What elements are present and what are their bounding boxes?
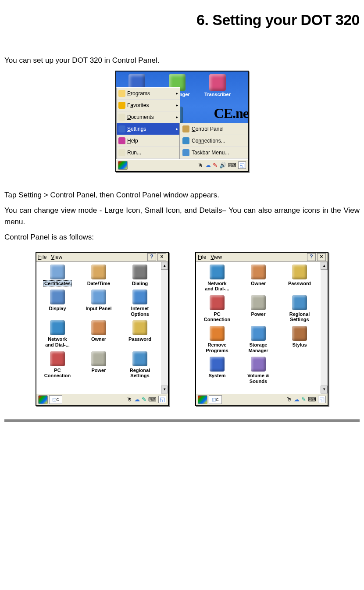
menu-item[interactable]: Favorites▸ [117, 100, 180, 111]
control-panel-item[interactable]: Owner [238, 265, 278, 292]
control-panel-item[interactable]: Storage Manager [238, 326, 278, 353]
close-button[interactable]: × [157, 253, 166, 261]
tray-icon[interactable]: 🖰 [198, 162, 203, 168]
settings-submenu: Control PanelConnections...Taskbar Menu.… [179, 123, 248, 159]
help-button[interactable]: ? [307, 253, 316, 261]
tray-icon[interactable]: ✎ [142, 396, 146, 403]
close-button[interactable]: × [317, 253, 326, 261]
system-tray: 🖰 ☁ ✎ ⌨ ◱ [286, 396, 326, 403]
control-panel-item[interactable]: PC Connection [197, 295, 237, 322]
menubar: File View ? × [196, 253, 328, 262]
taskbar: 🖰 ☁ ✎ 🔊 ⌨ ◱ [116, 159, 248, 171]
menu-item[interactable]: Programs▸ [117, 88, 180, 100]
keyboard-icon[interactable]: ⌨ [148, 396, 157, 403]
control-panel-item[interactable]: Certificates [37, 265, 78, 286]
keyboard-icon[interactable]: ⌨ [308, 396, 316, 403]
menu-item[interactable]: Help [117, 135, 180, 147]
system-tray: 🖰 ☁ ✎ ⌨ ◱ [127, 396, 166, 403]
control-panel-item[interactable]: Password [120, 320, 160, 347]
control-panel-item[interactable]: Date/Time [79, 265, 119, 286]
desktop-area: My ComputerMessengerTranscriber Recycle … [116, 72, 248, 159]
control-panel-window-2: File View ? × Network and Dial-...OwnerP… [195, 252, 328, 406]
panel-body: CertificatesDate/TimeDialingDisplayInput… [36, 262, 168, 393]
scrollbar[interactable]: ▴ ▾ [161, 262, 168, 393]
scrollbar[interactable]: ▴ ▾ [321, 262, 328, 393]
scroll-up[interactable]: ▴ [321, 262, 328, 270]
tray-icon[interactable]: ☁ [294, 396, 300, 403]
submenu-item[interactable]: Taskbar Menu... [180, 147, 248, 159]
intro-text: You can set up your DOT 320 in Control P… [4, 55, 360, 66]
submenu-item[interactable]: Control Panel [180, 123, 248, 135]
menubar: File View ? × [36, 253, 168, 262]
control-panel-item[interactable]: Volume & Sounds [238, 357, 278, 384]
scroll-up[interactable]: ▴ [161, 262, 168, 270]
menu-item[interactable]: Documents▸ [117, 111, 180, 123]
control-panel-item[interactable]: Remove Programs [197, 326, 237, 353]
control-panel-item[interactable]: Password [279, 265, 320, 292]
menu-view[interactable]: View [211, 254, 222, 260]
control-panel-item[interactable]: PC Connection [37, 351, 78, 379]
page-title: 6. Setting your DOT 320 [4, 11, 360, 29]
control-panel-item[interactable]: Dialing [120, 265, 160, 286]
menu-file[interactable]: File [38, 254, 46, 260]
panel-body: Network and Dial-...OwnerPasswordPC Conn… [196, 262, 328, 393]
footer-rule [4, 419, 360, 422]
scroll-track[interactable] [321, 270, 328, 386]
submenu-item[interactable]: Connections... [180, 135, 248, 147]
keyboard-icon[interactable]: ⌨ [228, 162, 236, 168]
control-panel-item[interactable]: Internet Options [120, 290, 160, 317]
scroll-track[interactable] [161, 270, 168, 386]
task-button[interactable]: ◱C [49, 395, 62, 404]
scroll-down[interactable]: ▾ [161, 386, 168, 393]
control-panel-window-1: File View ? × CertificatesDate/TimeDiali… [36, 252, 169, 406]
body-text: Tap Setting > Control Panel, then Contro… [4, 190, 360, 201]
tray-icon[interactable]: ☁ [134, 396, 140, 403]
control-panel-item[interactable]: Network and Dial-... [37, 320, 78, 347]
control-panel-item[interactable]: Owner [79, 320, 119, 347]
control-panel-item[interactable]: Regional Settings [120, 351, 160, 379]
tray-icon[interactable]: ✎ [213, 162, 218, 168]
ce-logo-text: CE.ne [214, 105, 248, 122]
control-panel-screens: File View ? × CertificatesDate/TimeDiali… [4, 252, 360, 406]
tray-icon[interactable]: 🖰 [286, 396, 292, 403]
menu-item[interactable]: Settings▸ [117, 123, 180, 135]
control-panel-item[interactable]: Power [238, 295, 278, 322]
system-tray: 🖰 ☁ ✎ 🔊 ⌨ ◱ [198, 161, 246, 169]
control-panel-item[interactable]: Network and Dial-... [197, 265, 237, 292]
control-panel-item[interactable]: Regional Settings [279, 295, 320, 322]
tray-icon[interactable]: ✎ [301, 396, 306, 403]
control-panel-item[interactable]: Display [37, 290, 78, 317]
tray-icon[interactable]: ☁ [205, 162, 211, 168]
desktop-icon[interactable]: ◱ [318, 396, 326, 403]
control-panel-item[interactable]: Power [79, 351, 119, 379]
tray-icon[interactable]: 🔊 [219, 162, 226, 168]
tray-icon[interactable]: 🖰 [127, 396, 132, 403]
menu-view[interactable]: View [51, 254, 62, 260]
menu-item[interactable]: Run... [117, 147, 180, 159]
desktop-icon[interactable]: ◱ [238, 161, 246, 169]
taskbar: ◱C 🖰 ☁ ✎ ⌨ ◱ [196, 393, 328, 405]
taskbar: ◱C 🖰 ☁ ✎ ⌨ ◱ [36, 393, 168, 405]
desktop-icon[interactable]: Transcriber [202, 74, 233, 102]
body-text: Control Panel is as follows: [4, 232, 360, 243]
task-button[interactable]: ◱C [209, 395, 222, 404]
control-panel-item[interactable]: Stylus [279, 326, 320, 353]
desktop-screenshot: My ComputerMessengerTranscriber Recycle … [115, 71, 249, 172]
start-menu: Programs▸Favorites▸Documents▸Settings▸He… [116, 87, 180, 159]
start-button[interactable] [38, 395, 48, 404]
desktop-icon[interactable]: ◱ [158, 396, 166, 403]
start-button[interactable] [198, 395, 207, 404]
scroll-down[interactable]: ▾ [321, 386, 328, 393]
control-panel-item[interactable]: System [197, 357, 237, 384]
body-text: You can change view mode - Large Icon, S… [4, 205, 360, 227]
menu-file[interactable]: File [198, 254, 206, 260]
control-panel-item[interactable]: Input Panel [79, 290, 119, 317]
help-button[interactable]: ? [147, 253, 156, 261]
start-button[interactable] [118, 161, 128, 170]
